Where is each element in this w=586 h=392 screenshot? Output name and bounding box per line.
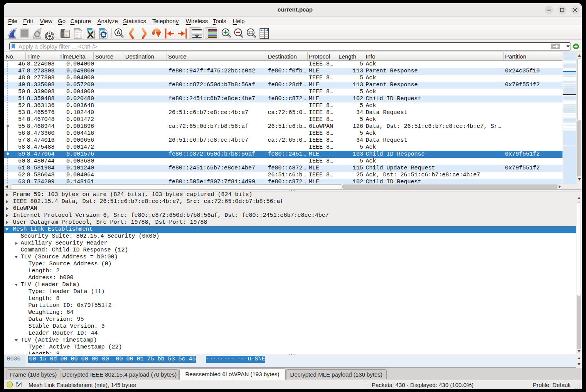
svg-text:0111: 0111 xyxy=(75,36,81,39)
svg-text:1:1: 1:1 xyxy=(248,30,253,34)
svg-text:A: A xyxy=(116,29,120,35)
